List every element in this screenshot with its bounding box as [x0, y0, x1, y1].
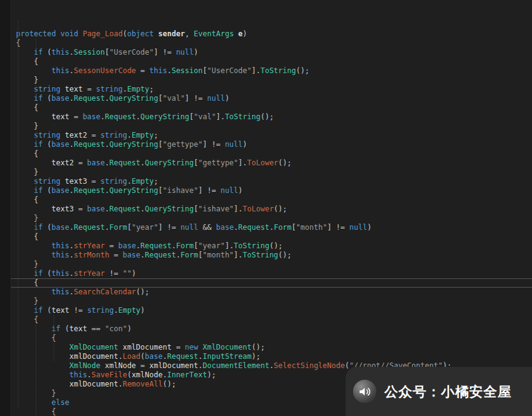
token-s: "val": [162, 94, 185, 103]
token-p: .: [69, 66, 74, 75]
token-p: .: [69, 140, 74, 149]
code-line[interactable]: if (base.Request.QueryString["gettype"] …: [11, 140, 532, 149]
token-p: ;: [154, 131, 158, 139]
token-p: ==: [87, 324, 105, 333]
code-line[interactable]: this.SearchCalendar();: [11, 288, 532, 297]
token-prm: sender: [158, 29, 185, 38]
token-p: ();: [162, 380, 176, 388]
token-t: Form: [274, 223, 292, 232]
token-k: string: [100, 177, 127, 186]
token-t: QueryString: [140, 112, 189, 121]
code-line[interactable]: text2 = base.Request.QueryString["gettyp…: [11, 159, 532, 168]
token-m: strYear: [74, 269, 105, 278]
code-line[interactable]: this.strMonth = base.Request.Form["month…: [11, 251, 532, 260]
token-p: ();: [296, 66, 309, 75]
code-line[interactable]: {: [11, 103, 532, 112]
token-k: base: [52, 94, 69, 103]
token-l: xmlDocument: [69, 352, 118, 361]
token-p: ): [194, 48, 198, 57]
token-p: .: [127, 131, 132, 139]
token-p: .: [105, 159, 109, 167]
code-line[interactable]: }: [11, 297, 532, 306]
token-k: null: [349, 223, 367, 232]
editor-gutter[interactable]: [0, 0, 11, 416]
token-p: .: [69, 186, 74, 195]
token-p: {: [16, 334, 56, 342]
code-line[interactable]: string text3 = string.Empty;: [11, 177, 532, 186]
token-k: string: [87, 306, 114, 315]
code-line[interactable]: if (base.Request.QueryString["val"] != n…: [11, 94, 532, 103]
token-p: ();: [274, 205, 287, 213]
code-line[interactable]: if (base.Request.Form["year"] != null &&…: [11, 223, 532, 232]
token-p: [100, 361, 105, 370]
token-p: [16, 140, 34, 149]
code-line[interactable]: if (text != string.Empty): [11, 306, 532, 315]
code-line[interactable]: protected void Page_Load(object sender, …: [11, 29, 532, 39]
code-line[interactable]: XmlDocument xmlDocument = new XmlDocumen…: [11, 343, 532, 352]
code-line[interactable]: if (text == "con"): [11, 324, 532, 334]
code-line[interactable]: }: [11, 260, 532, 269]
code-editor-area[interactable]: protected void Page_Load(object sender, …: [11, 2, 532, 416]
token-p: .: [162, 371, 167, 379]
token-p: [60, 131, 65, 139]
code-line[interactable]: this.strYear = base.Request.Form["year"]…: [11, 241, 532, 251]
token-l: xmlDocument: [69, 380, 118, 388]
token-m: SaveFile: [92, 371, 127, 379]
token-p: [60, 177, 65, 186]
code-line[interactable]: this.SessonUserCode = this.Session["User…: [11, 66, 532, 76]
code-line[interactable]: }: [11, 168, 532, 177]
code-line[interactable]: }: [11, 122, 532, 131]
token-p: }: [16, 214, 38, 222]
code-line[interactable]: {: [11, 334, 532, 343]
code-line[interactable]: {: [11, 315, 532, 324]
code-line[interactable]: {: [11, 149, 532, 159]
token-p: =: [74, 205, 87, 213]
token-p: =: [105, 241, 119, 250]
code-line[interactable]: if (this.Session["UserCode"] != null): [11, 48, 532, 57]
code-line[interactable]: {: [11, 278, 532, 288]
token-t: QueryString: [145, 159, 194, 167]
code-line[interactable]: text3 = base.Request.QueryString["ishave…: [11, 205, 532, 214]
token-t: Request: [105, 112, 137, 121]
token-k: this: [52, 251, 69, 259]
code-line[interactable]: string text = string.Empty;: [11, 85, 532, 94]
code-line[interactable]: if (this.strYear != ""): [11, 269, 532, 278]
token-l: xmlDocument: [149, 361, 198, 370]
token-k: if: [34, 94, 42, 103]
code-line[interactable]: {: [11, 232, 532, 241]
token-k: object: [127, 29, 154, 38]
token-k: this: [69, 371, 87, 379]
code-line[interactable]: {: [11, 39, 532, 48]
token-k: if: [34, 223, 42, 232]
code-line[interactable]: xmlDocument.Load(base.Request.InputStrea…: [11, 352, 532, 361]
token-p: =: [82, 85, 96, 93]
token-p: .: [105, 205, 109, 213]
token-k: this: [52, 288, 69, 296]
watermark-badge: 公众号：小橘安全屋: [346, 367, 532, 416]
code-line[interactable]: if (base.Request.QueryString["ishave"] !…: [11, 186, 532, 195]
token-p: .: [198, 361, 202, 370]
token-p: [: [203, 66, 207, 75]
token-t: Session: [74, 48, 105, 57]
code-line[interactable]: }: [11, 214, 532, 223]
token-s: "val": [194, 112, 216, 121]
token-p: }: [16, 297, 38, 305]
code-line[interactable]: {: [11, 57, 532, 66]
token-p: =: [87, 131, 101, 139]
token-p: [16, 66, 52, 75]
token-p: [16, 94, 34, 103]
token-p: [16, 251, 52, 259]
token-p: .: [122, 85, 127, 93]
token-p: [16, 205, 52, 213]
code-line[interactable]: }: [11, 76, 532, 85]
token-t: Empty: [127, 85, 149, 93]
code-line[interactable]: text = base.Request.QueryString["val"].T…: [11, 112, 532, 122]
token-p: ();: [269, 241, 283, 250]
token-k: null: [180, 223, 198, 232]
token-p: ();: [136, 288, 149, 296]
token-k: null: [176, 48, 194, 57]
token-p: .: [105, 186, 109, 195]
code-line[interactable]: string text2 = string.Empty;: [11, 131, 532, 140]
token-p: ].: [225, 241, 234, 250]
code-line[interactable]: {: [11, 195, 532, 205]
